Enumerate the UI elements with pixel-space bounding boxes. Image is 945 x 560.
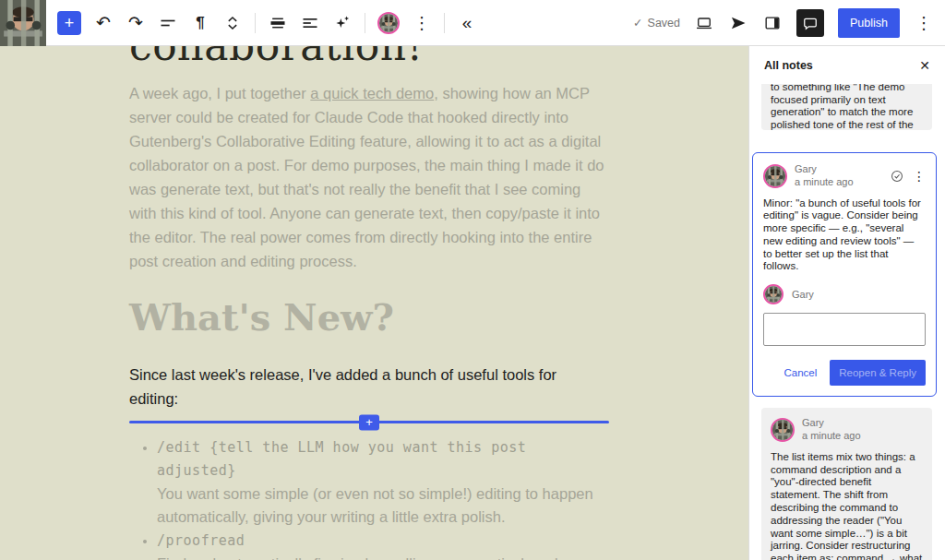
note-author: Gary [795,163,854,176]
block-mover-icon[interactable] [222,13,243,33]
post-content: collaboration! A week ago, I put togethe… [129,46,609,560]
toolbar-separator [365,13,365,33]
block-insertion-line: + [129,421,609,423]
text-align-icon[interactable] [300,13,320,33]
note-timestamp: a minute ago [802,430,861,443]
notes-panel-title: All notes [764,59,813,72]
reply-input[interactable] [763,313,926,346]
ai-sparkle-icon[interactable] [332,13,353,33]
note-text: The list items mix two things: a command… [771,451,923,560]
redo-icon[interactable]: ↷ [126,13,146,33]
close-icon[interactable]: ✕ [919,58,930,73]
note-header: Gary a minute ago ⋮ [763,163,926,189]
note-timestamp: a minute ago [795,176,854,189]
editor-top-bar: + ↶ ↷ ¶ ⋮ « ✓ [0,0,945,46]
note-card[interactable]: Gary a minute ago The list items mix two… [761,408,932,560]
insert-block-button[interactable]: + [359,414,379,430]
intro-text-after-link: , showing how an MCP server could be cre… [129,85,604,269]
top-bar-actions: ✓ Saved Publish ⋮ [633,8,945,38]
more-options-icon[interactable]: ⋮ [914,13,934,33]
notes-panel-header: All notes ✕ [749,46,945,84]
note-header: Gary a minute ago [771,417,923,443]
note-text: Minor: "a bunch of useful tools for edit… [763,197,926,274]
comments-toggle-button[interactable] [796,9,824,37]
toolbar-separator [444,13,445,33]
notes-panel: All notes ✕ slightly by changing the wor… [748,46,945,560]
toolbar-separator [255,13,256,33]
list-item[interactable]: /proofread Find and automatically fix si… [157,530,609,560]
editor-canvas[interactable]: collaboration! A week ago, I put togethe… [0,46,748,560]
site-user-avatar[interactable] [0,0,46,46]
cancel-button[interactable]: Cancel [784,367,817,378]
reply-header: Gary [763,284,926,304]
paragraph-block-icon[interactable]: ¶ [190,13,210,33]
intro-text-before-link: A week ago, I put together [129,85,310,101]
notes-list: slightly by changing the wording to some… [749,84,945,560]
note-text-visible: something like "The demo focused primari… [771,84,914,130]
send-icon[interactable] [728,13,748,33]
list-item[interactable]: /edit {tell the LLM how you want this po… [157,436,609,529]
reply-actions: Cancel Reopen & Reply [763,360,926,386]
command-text: /edit {tell the LLM how you want this po… [157,436,609,483]
active-paragraph[interactable]: Since last week's release, I've added a … [129,363,609,411]
document-overview-icon[interactable] [158,13,178,33]
command-description: Find and automatically fix simple spelli… [157,553,609,560]
settings-sidebar-icon[interactable] [762,13,783,33]
reply-author: Gary [792,289,814,300]
command-description: You want some simple (or even not so sim… [157,483,609,529]
note-options-icon[interactable]: ⋮ [913,169,926,184]
preview-device-icon[interactable] [694,13,714,33]
whats-new-heading[interactable]: What's New? [129,295,609,339]
author-avatar [763,164,787,188]
undo-icon[interactable]: ↶ [93,13,114,33]
comment-bubble-icon [801,14,819,32]
resolve-check-icon[interactable] [889,168,905,185]
saved-status: ✓ Saved [633,16,680,30]
check-icon: ✓ [633,16,642,30]
reopen-reply-button[interactable]: Reopen & Reply [830,360,926,386]
collapse-toolbar-icon[interactable]: « [457,13,477,33]
author-avatar [771,418,795,442]
commands-list: /edit {tell the LLM how you want this po… [157,436,609,560]
tech-demo-link[interactable]: a quick tech demo [310,85,434,101]
reply-author-avatar [763,284,784,304]
block-toolbar: + ↶ ↷ ¶ ⋮ « [57,11,477,35]
note-card-clipped[interactable]: slightly by changing the wording to some… [761,84,932,130]
intro-paragraph[interactable]: A week ago, I put together a quick tech … [129,81,609,273]
note-text: slightly by changing the wording to some… [771,84,923,130]
alignment-icon[interactable] [268,13,288,33]
block-options-icon[interactable]: ⋮ [412,13,432,33]
saved-label: Saved [648,17,680,30]
command-text: /proofread [157,530,609,553]
collaborator-presence-avatar[interactable] [377,12,400,34]
post-title-partial[interactable]: collaboration! [129,46,609,69]
block-inserter-button[interactable]: + [57,11,81,35]
note-card-active[interactable]: Gary a minute ago ⋮ Minor: "a bunch of u… [752,152,937,397]
note-author: Gary [802,417,861,430]
publish-button[interactable]: Publish [838,8,900,38]
